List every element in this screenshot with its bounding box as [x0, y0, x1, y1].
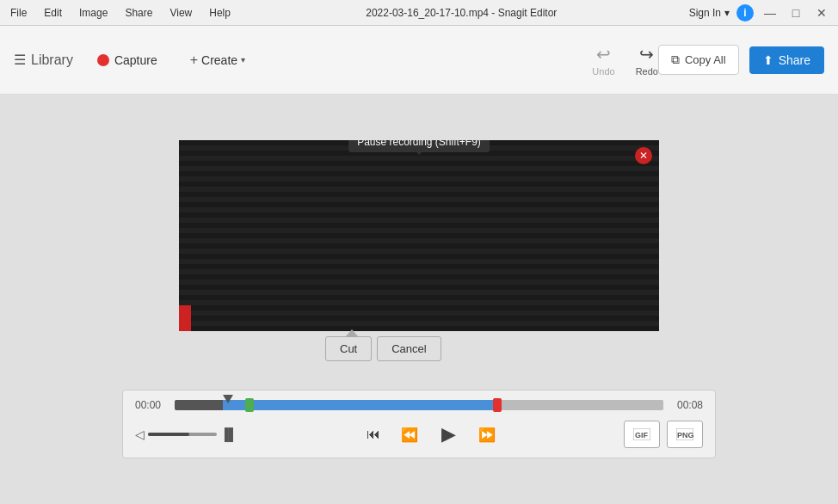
frame-forward-button[interactable]: ⏩: [475, 422, 499, 446]
export-png-button[interactable]: PNG: [667, 421, 703, 448]
menu-help[interactable]: Help: [206, 5, 234, 21]
toolbar-right: ⧉ Copy All ⬆ Share: [658, 45, 824, 75]
undo-redo-group: ↩ Undo ↪ Redo: [592, 44, 658, 77]
video-container: Pause recording (Shift+F9) ✕ Cut Cancel …: [122, 140, 716, 458]
share-icon: ⬆: [763, 53, 773, 67]
undo-label: Undo: [592, 66, 614, 77]
skip-back-icon: ⏮: [367, 427, 380, 442]
redo-icon: ↪: [639, 44, 654, 65]
svg-text:GIF: GIF: [635, 431, 649, 439]
window-controls: Sign In ▾ i — □ ✕: [689, 3, 831, 22]
video-tooltip: Pause recording (Shift+F9): [348, 140, 490, 152]
capture-dot-icon: [97, 54, 109, 66]
gif-icon: GIF: [633, 428, 650, 440]
menu-file[interactable]: File: [7, 5, 30, 21]
frame-forward-icon: ⏩: [478, 427, 496, 443]
volume-controls: ◁ ▐▌: [135, 427, 237, 441]
menu-view[interactable]: View: [166, 5, 195, 21]
copy-icon: ⧉: [671, 52, 680, 67]
toolbar-center: ↩ Undo ↪ Redo: [592, 44, 658, 77]
cut-cancel-group: Cut Cancel: [325, 336, 441, 361]
info-icon[interactable]: i: [736, 4, 754, 22]
create-plus-icon: +: [190, 52, 198, 68]
track-red-handle[interactable]: [493, 398, 502, 412]
svg-text:PNG: PNG: [677, 431, 693, 439]
volume-bar[interactable]: [148, 433, 217, 436]
track-gray-section: [498, 400, 663, 410]
frame-back-icon: ⏪: [401, 427, 418, 443]
toolbar: ☰ Library Capture + Create ▾ ↩ Undo ↪ Re…: [0, 26, 838, 95]
png-icon: PNG: [676, 428, 693, 440]
frame-back-button[interactable]: ⏪: [397, 422, 422, 446]
playback-row: ◁ ▐▌ ⏮ ⏪ ▶: [135, 420, 703, 449]
volume-mute-icon[interactable]: ▐▌: [220, 427, 237, 441]
video-red-marker: [179, 305, 191, 331]
video-close-button[interactable]: ✕: [635, 147, 652, 164]
redo-button[interactable]: ↪ Redo: [636, 44, 658, 77]
playback-center: ⏮ ⏪ ▶ ⏩: [361, 420, 499, 449]
copy-all-button[interactable]: ⧉ Copy All: [658, 45, 739, 75]
track-blue-section: [223, 400, 498, 410]
undo-icon: ↩: [596, 44, 611, 65]
cut-button[interactable]: Cut: [325, 336, 372, 361]
play-icon: ▶: [441, 423, 456, 446]
hamburger-icon: ☰: [14, 52, 26, 68]
time-start-label: 00:00: [135, 399, 166, 411]
timeline-row: 00:00 00:08: [135, 399, 703, 411]
skip-back-button[interactable]: ⏮: [361, 422, 385, 446]
sign-in-button[interactable]: Sign In ▾: [689, 7, 730, 19]
main-content: Pause recording (Shift+F9) ✕ Cut Cancel …: [0, 95, 838, 504]
cancel-button[interactable]: Cancel: [377, 336, 441, 361]
play-button[interactable]: ▶: [434, 420, 463, 449]
minimize-button[interactable]: —: [761, 3, 779, 22]
undo-button[interactable]: ↩ Undo: [592, 44, 614, 77]
video-player: Pause recording (Shift+F9) ✕: [179, 140, 659, 331]
track-green-handle[interactable]: [245, 398, 254, 412]
close-button[interactable]: ✕: [812, 3, 831, 22]
export-gif-button[interactable]: GIF: [624, 421, 660, 448]
track-playhead[interactable]: [223, 395, 233, 403]
capture-button[interactable]: Capture: [87, 48, 168, 72]
timeline-track[interactable]: [175, 400, 663, 410]
title-bar: File Edit Image Share View Help 2022-03-…: [0, 0, 838, 26]
volume-down-icon[interactable]: ◁: [135, 427, 145, 441]
capture-label: Capture: [114, 53, 157, 67]
create-label: Create: [201, 53, 237, 67]
track-dark-section: [175, 400, 223, 410]
tooltip-arrow: [346, 329, 358, 336]
maximize-button[interactable]: □: [786, 3, 805, 22]
create-chevron-icon: ▾: [241, 55, 245, 65]
menu-share[interactable]: Share: [121, 5, 156, 21]
create-button[interactable]: + Create ▾: [182, 47, 254, 73]
time-end-label: 00:08: [672, 399, 703, 411]
menu-edit[interactable]: Edit: [40, 5, 65, 21]
window-title: 2022-03-16_20-17-10.mp4 - Snagit Editor: [366, 7, 557, 19]
library-label: Library: [31, 52, 73, 68]
player-controls: 00:00 00:08 ◁: [122, 390, 716, 458]
share-button[interactable]: ⬆ Share: [749, 46, 824, 74]
share-label: Share: [779, 53, 810, 67]
toolbar-left: ☰ Library Capture + Create ▾: [14, 47, 592, 73]
menu-bar: File Edit Image Share View Help: [7, 5, 234, 21]
export-controls: GIF PNG: [624, 421, 703, 448]
volume-fill: [148, 433, 189, 436]
video-close-icon: ✕: [639, 150, 648, 162]
redo-label: Redo: [636, 66, 658, 77]
hamburger-menu-button[interactable]: ☰ Library: [14, 52, 73, 68]
copy-all-label: Copy All: [685, 53, 726, 66]
menu-image[interactable]: Image: [76, 5, 111, 21]
video-stripes: [179, 140, 659, 331]
